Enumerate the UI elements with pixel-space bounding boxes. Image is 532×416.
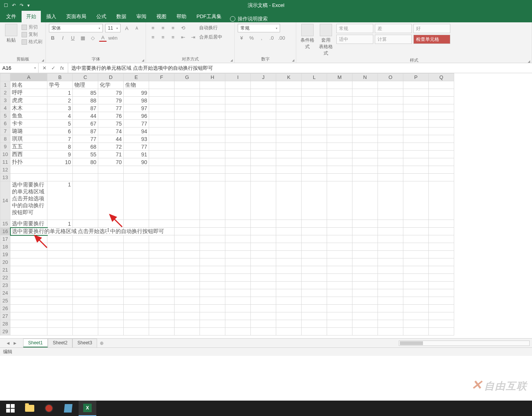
cell-O3[interactable]	[378, 97, 403, 104]
cell-P27[interactable]	[403, 312, 429, 320]
cell-H9[interactable]	[200, 143, 225, 151]
cell-D21[interactable]	[98, 266, 124, 274]
col-header-K[interactable]: K	[276, 74, 302, 81]
cell-J22[interactable]	[251, 274, 276, 282]
align-middle-icon[interactable]: ≡	[159, 24, 167, 32]
cell-I4[interactable]	[225, 104, 251, 112]
cell-C8[interactable]: 77	[73, 135, 98, 143]
cell-Q25[interactable]	[429, 297, 454, 305]
cell-B14[interactable]: 1	[47, 181, 73, 220]
cell-H13[interactable]	[200, 174, 225, 181]
cell-C7[interactable]: 87	[73, 127, 98, 135]
cell-L23[interactable]	[302, 282, 327, 289]
cell-K20[interactable]	[276, 258, 302, 266]
table-format-button[interactable]: 套用 表格格式	[318, 24, 334, 57]
cell-L1[interactable]	[302, 81, 327, 89]
cell-N26[interactable]	[352, 305, 378, 312]
cell-C21[interactable]	[73, 266, 98, 274]
tab-插入[interactable]: 插入	[42, 11, 61, 22]
cell-I28[interactable]	[225, 320, 251, 328]
cell-G22[interactable]	[175, 274, 200, 282]
cell-A29[interactable]	[10, 328, 47, 335]
cell-K15[interactable]	[276, 220, 302, 228]
cell-L20[interactable]	[302, 258, 327, 266]
cell-K16[interactable]	[276, 228, 302, 235]
cell-G9[interactable]	[175, 143, 200, 151]
cell-L11[interactable]	[302, 158, 327, 166]
cell-P17[interactable]	[403, 235, 429, 243]
cell-D11[interactable]: 70	[98, 158, 124, 166]
cell-D4[interactable]: 77	[98, 104, 124, 112]
cell-A23[interactable]	[10, 282, 47, 289]
cell-D6[interactable]: 75	[98, 120, 124, 127]
cell-C18[interactable]	[73, 243, 98, 251]
cell-G10[interactable]	[175, 151, 200, 158]
cell-E11[interactable]: 90	[124, 158, 149, 166]
cell-P5[interactable]	[403, 112, 429, 120]
cell-F17[interactable]	[149, 235, 175, 243]
col-header-B[interactable]: B	[47, 74, 73, 81]
cell-F9[interactable]	[149, 143, 175, 151]
cell-E26[interactable]	[124, 305, 149, 312]
cell-P16[interactable]	[403, 228, 429, 235]
cell-K4[interactable]	[276, 104, 302, 112]
cell-L16[interactable]	[302, 228, 327, 235]
cell-F7[interactable]	[149, 127, 175, 135]
cell-E1[interactable]: 生物	[124, 81, 149, 89]
cell-F25[interactable]	[149, 297, 175, 305]
cell-P4[interactable]	[403, 104, 429, 112]
cell-K12[interactable]	[276, 166, 302, 174]
cell-M12[interactable]	[327, 166, 352, 174]
cell-E24[interactable]	[124, 289, 149, 297]
cell-A22[interactable]	[10, 274, 47, 282]
style-calc[interactable]: 计算	[375, 35, 412, 44]
cell-C12[interactable]	[73, 166, 98, 174]
cell-H21[interactable]	[200, 266, 225, 274]
cell-E22[interactable]	[124, 274, 149, 282]
cell-D19[interactable]	[98, 251, 124, 258]
cell-Q29[interactable]	[429, 328, 454, 335]
cell-Q4[interactable]	[429, 104, 454, 112]
row-header-10[interactable]: 10	[0, 151, 10, 158]
cell-G6[interactable]	[175, 120, 200, 127]
cell-C20[interactable]	[73, 258, 98, 266]
cancel-edit-icon[interactable]: ✕	[42, 65, 47, 71]
qat-more-icon[interactable]: ▾	[27, 3, 30, 8]
cell-D9[interactable]: 72	[98, 143, 124, 151]
cell-K28[interactable]	[276, 320, 302, 328]
cell-O14[interactable]	[378, 181, 403, 220]
cell-M13[interactable]	[327, 174, 352, 181]
cell-F24[interactable]	[149, 289, 175, 297]
cell-G13[interactable]	[175, 174, 200, 181]
cell-L27[interactable]	[302, 312, 327, 320]
cell-O29[interactable]	[378, 328, 403, 335]
cell-H15[interactable]	[200, 220, 225, 228]
cell-B27[interactable]	[47, 312, 73, 320]
confirm-edit-icon[interactable]: ✓	[51, 65, 55, 71]
cell-I21[interactable]	[225, 266, 251, 274]
cell-D3[interactable]: 79	[98, 97, 124, 104]
cell-G7[interactable]	[175, 127, 200, 135]
cell-Q16[interactable]	[429, 228, 454, 235]
cell-M6[interactable]	[327, 120, 352, 127]
cell-N12[interactable]	[352, 166, 378, 174]
fx-icon[interactable]: fx	[60, 65, 64, 71]
cell-M18[interactable]	[327, 243, 352, 251]
cell-H6[interactable]	[200, 120, 225, 127]
cell-E23[interactable]	[124, 282, 149, 289]
cell-J12[interactable]	[251, 166, 276, 174]
cell-M10[interactable]	[327, 151, 352, 158]
row-header-2[interactable]: 2	[0, 89, 10, 97]
cell-E3[interactable]: 98	[124, 97, 149, 104]
cell-N1[interactable]	[352, 81, 378, 89]
cell-A7[interactable]: 璐璐	[10, 127, 47, 135]
cell-Q27[interactable]	[429, 312, 454, 320]
cell-L3[interactable]	[302, 97, 327, 104]
row-header-25[interactable]: 25	[0, 297, 10, 305]
cell-B21[interactable]	[47, 266, 73, 274]
cell-C16[interactable]	[73, 228, 98, 235]
cell-J26[interactable]	[251, 305, 276, 312]
cell-I12[interactable]	[225, 166, 251, 174]
row-header-6[interactable]: 6	[0, 120, 10, 127]
cell-G29[interactable]	[175, 328, 200, 335]
